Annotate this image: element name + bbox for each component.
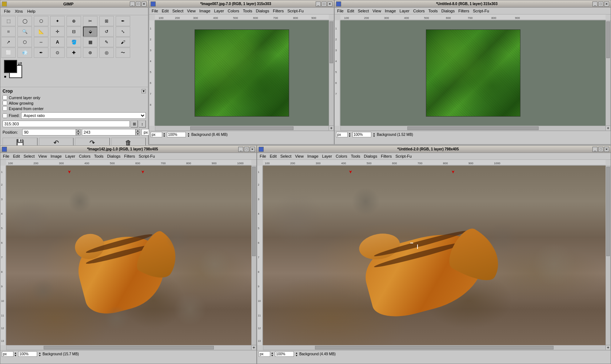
tr-unit-up[interactable]: ▲: [348, 132, 351, 135]
tr-menu-colors[interactable]: Colors: [411, 8, 427, 14]
tl-unit-up[interactable]: ▲: [163, 132, 165, 135]
tool-airbrush[interactable]: 💨: [17, 48, 32, 58]
tl-zoom-up[interactable]: ▲: [187, 132, 190, 135]
bl-menu-filters[interactable]: Filters: [122, 153, 137, 159]
tool-clone[interactable]: ⊙: [50, 48, 65, 58]
tr-scroll-corner-btn[interactable]: +: [606, 126, 611, 131]
img-win-tl-minimize[interactable]: _: [316, 1, 321, 7]
img-win-tr-maximize[interactable]: □: [598, 1, 603, 7]
br-menu-file[interactable]: File: [258, 153, 268, 159]
bl-menu-file[interactable]: File: [1, 153, 11, 159]
tl-menu-select[interactable]: Select: [171, 8, 185, 14]
pos-y-input[interactable]: [82, 129, 136, 136]
bl-unit-down[interactable]: ▼: [14, 354, 17, 357]
tool-scissors[interactable]: ✂: [83, 16, 97, 26]
toolbox-minimize[interactable]: _: [130, 1, 135, 7]
br-canvas[interactable]: ➤ ➤: [263, 166, 606, 345]
img-win-tr-close[interactable]: ✕: [604, 1, 609, 7]
menu-file[interactable]: File: [2, 8, 13, 14]
tool-fuzzy-select[interactable]: ✦: [50, 16, 65, 26]
tr-menu-dialogs[interactable]: Dialogs: [440, 8, 457, 14]
bl-scrollbar-v-thumb[interactable]: [252, 167, 256, 256]
tool-free-select[interactable]: ⬡: [34, 16, 48, 26]
tl-canvas[interactable]: [155, 20, 329, 126]
tl-zoom-input[interactable]: [167, 132, 186, 137]
tool-ink[interactable]: ✒: [34, 48, 48, 58]
tl-unit-field[interactable]: [151, 132, 162, 137]
fixed-dropdown[interactable]: Aspect ratio: [21, 112, 146, 119]
bl-zoom-up[interactable]: ▲: [39, 352, 41, 354]
br-menu-scriptfu[interactable]: Script-Fu: [394, 153, 414, 159]
bl-scrollbar-v[interactable]: [251, 166, 256, 345]
pos-x-up[interactable]: ▲: [76, 129, 80, 132]
br-scroll-corner-btn[interactable]: +: [606, 345, 611, 350]
tl-menu-image[interactable]: Image: [197, 8, 212, 14]
tl-menu-file[interactable]: File: [150, 8, 160, 14]
tl-menu-view[interactable]: View: [185, 8, 197, 14]
br-scrollbar-h[interactable]: [263, 345, 606, 350]
img-win-bl-close[interactable]: ✕: [250, 147, 255, 152]
img-win-bl-minimize[interactable]: _: [238, 147, 243, 152]
fixed-value-input[interactable]: [3, 121, 130, 127]
tl-menu-scriptfu[interactable]: Script-Fu: [285, 8, 306, 14]
tl-menu-edit[interactable]: Edit: [160, 8, 171, 14]
tr-menu-scriptfu[interactable]: Script-Fu: [471, 8, 491, 14]
tr-menu-view[interactable]: View: [371, 8, 383, 14]
tr-canvas[interactable]: [340, 20, 606, 126]
br-scrollbar-v[interactable]: [606, 166, 611, 345]
br-zoom-up[interactable]: ▲: [295, 352, 298, 354]
bl-zoom-input[interactable]: [18, 351, 37, 357]
tl-zoom-down[interactable]: ▼: [187, 135, 190, 137]
fg-color-swatch[interactable]: [4, 60, 17, 73]
tool-paths[interactable]: ✒: [116, 16, 130, 26]
tr-menu-layer[interactable]: Layer: [398, 8, 412, 14]
img-win-br-close[interactable]: ✕: [604, 147, 609, 152]
tool-perspective-clone[interactable]: ⊛: [83, 48, 97, 58]
tl-unit-down[interactable]: ▼: [163, 135, 165, 137]
br-zoom-input[interactable]: [275, 351, 294, 357]
tool-by-color-select[interactable]: ⊕: [67, 16, 81, 26]
bl-scrollbar-h-thumb[interactable]: [44, 346, 214, 349]
tr-menu-edit[interactable]: Edit: [346, 8, 356, 14]
bl-menu-edit[interactable]: Edit: [11, 153, 22, 159]
br-zoom-down[interactable]: ▼: [295, 354, 298, 357]
tool-zoom[interactable]: 🔍: [17, 27, 32, 37]
menu-xtns[interactable]: Xtns: [13, 8, 25, 14]
br-menu-colors[interactable]: Colors: [334, 153, 349, 159]
tr-zoom-up[interactable]: ▲: [373, 132, 375, 135]
br-unit-up[interactable]: ▲: [271, 352, 273, 354]
fixed-value-reset-btn[interactable]: ↕: [139, 120, 146, 128]
tool-pencil[interactable]: ✎: [99, 37, 114, 47]
toolbox-maximize[interactable]: □: [136, 1, 141, 7]
tool-scale[interactable]: ⤡: [116, 27, 130, 37]
tr-zoom-down[interactable]: ▼: [373, 135, 375, 137]
bl-canvas[interactable]: ➤ ➤: [6, 166, 251, 345]
tool-ellipse-select[interactable]: ◯: [17, 16, 32, 26]
tool-eraser[interactable]: ⬜: [1, 48, 16, 58]
bl-scrollbar-h[interactable]: [6, 345, 251, 350]
tool-move[interactable]: ✛: [50, 27, 65, 37]
br-scrollbar-h-thumb[interactable]: [315, 346, 553, 349]
tool-rotate[interactable]: ↺: [99, 27, 114, 37]
br-menu-view[interactable]: View: [293, 153, 306, 159]
tool-foreground-select[interactable]: ⊞: [99, 16, 114, 26]
tool-color-picker[interactable]: ⌗: [1, 27, 16, 37]
tool-align[interactable]: ⊟: [67, 27, 81, 37]
br-menu-select[interactable]: Select: [279, 153, 293, 159]
tool-blur[interactable]: ◎: [99, 48, 114, 58]
br-unit-field[interactable]: [259, 351, 270, 357]
bl-menu-colors[interactable]: Colors: [77, 153, 92, 159]
tool-text[interactable]: A: [50, 37, 65, 47]
img-win-br-minimize[interactable]: _: [592, 147, 598, 152]
bl-menu-tools[interactable]: Tools: [92, 153, 105, 159]
br-unit-down[interactable]: ▼: [271, 354, 273, 357]
img-win-br-maximize[interactable]: □: [598, 147, 603, 152]
br-menu-dialogs[interactable]: Dialogs: [362, 153, 379, 159]
tr-scrollbar-h-thumb[interactable]: [407, 126, 539, 130]
tr-menu-image[interactable]: Image: [383, 8, 398, 14]
tool-crop[interactable]: ⬙: [83, 27, 97, 37]
bl-menu-view[interactable]: View: [36, 153, 49, 159]
img-win-tl-maximize[interactable]: □: [322, 1, 327, 7]
tr-zoom-input[interactable]: [352, 132, 371, 137]
bl-menu-scriptfu[interactable]: Script-Fu: [137, 153, 157, 159]
